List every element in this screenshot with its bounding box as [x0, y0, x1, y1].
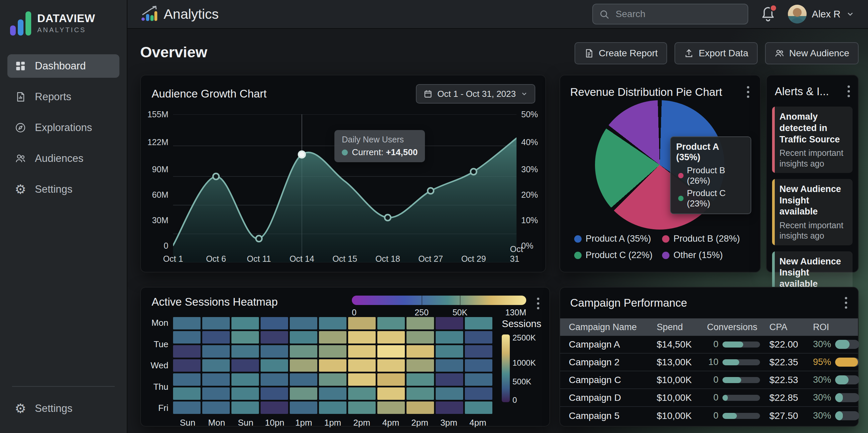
date-range-picker[interactable]: Oct 1 - Oct 31, 2023 [416, 84, 535, 104]
heatmap-cell [202, 373, 230, 386]
column-header: ROI [813, 322, 859, 332]
campaign-roi: 30% [813, 393, 859, 403]
heatmap-cell [406, 373, 434, 386]
y-tick-right: 50% [521, 109, 538, 119]
heatmap-cell [465, 331, 492, 343]
heatmap-cell [406, 331, 434, 343]
create-report-button[interactable]: Create Report [575, 42, 667, 64]
heatmap-cell [231, 401, 259, 414]
alerts-menu-button[interactable] [845, 84, 852, 99]
roi-pill [835, 340, 859, 349]
alert-subtitle: Recent important insights ago [779, 148, 848, 169]
heatmap-row-labels: MonTueWedThuFri [147, 318, 168, 413]
table-row[interactable]: Campaign D$10,00K0$22.8530% [560, 389, 858, 407]
heatmap-cell [260, 345, 288, 358]
sidebar-item-dashboard[interactable]: Dashboard [7, 54, 119, 78]
brand-bars-icon [10, 10, 31, 36]
campaign-menu-button[interactable] [843, 295, 849, 311]
heatmap-cell [260, 317, 288, 329]
heatmap-cell [406, 401, 434, 414]
alert-card[interactable]: New Audience Insight available Recent im… [772, 179, 852, 245]
heatmap-cell [377, 401, 405, 414]
heatmap-cell [348, 388, 376, 400]
campaign-name: Campaign C [569, 375, 657, 386]
heatmap-cell [202, 388, 230, 400]
pie-menu-button[interactable] [745, 84, 751, 100]
heatmap-cell [260, 388, 288, 400]
people-icon [774, 48, 784, 58]
heatmap-cell [260, 373, 288, 386]
notifications-button[interactable] [760, 6, 776, 23]
brand-name: DATAVIEW [37, 12, 95, 25]
sidebar-item-reports[interactable]: Reports [7, 85, 119, 108]
heatmap-cell [465, 359, 492, 372]
alert-title: New Audience Insight available [779, 184, 848, 218]
heatmap-cell [319, 373, 346, 386]
topbar: Analytics Alex R [127, 0, 868, 29]
colorbar-tick: 0 [513, 396, 517, 405]
search-input[interactable] [592, 4, 748, 25]
user-menu[interactable]: Alex R [788, 5, 855, 24]
table-row[interactable]: Campaign A$14,50K0$22.0030% [560, 336, 858, 354]
search-box [592, 4, 748, 25]
heatmap-cell [377, 388, 405, 400]
campaign-spend: $10,00K [657, 410, 707, 421]
heatmap-cell [436, 345, 463, 358]
heatmap-cell [406, 317, 434, 329]
y-tick-left: 155M [147, 109, 168, 119]
heatmap-cell [406, 388, 434, 400]
growth-chart-title: Audience Growth Chart [152, 88, 267, 100]
pie-tooltip: Product A (35%) Product B (26%)Product C… [670, 136, 751, 214]
heatmap-cell [319, 317, 346, 329]
conversions-bar [722, 413, 760, 419]
table-row[interactable]: Campaign C$10,00K0$22.5330% [560, 371, 858, 389]
heatmap-cell [319, 388, 346, 400]
pie-legend-item[interactable]: Product A (35%) [574, 234, 662, 244]
sidebar-item-explorations[interactable]: Explorations [7, 116, 119, 139]
campaign-spend: $10,00K [657, 393, 707, 403]
search-icon [599, 9, 610, 20]
sidebar-item-audiences[interactable]: Audiences [7, 147, 119, 170]
table-row[interactable]: Campaign 5$10,00K0$27.5030% [560, 407, 858, 425]
sidebar-bottom-settings[interactable]: ⚙ Settings [7, 397, 119, 420]
new-audience-button[interactable]: New Audience [765, 42, 859, 64]
heatmap-cell [290, 359, 317, 372]
roi-pill [835, 358, 859, 367]
report-document-icon [15, 91, 26, 103]
heatmap-cell [173, 317, 200, 329]
tooltip-value: Current: +14,500 [352, 147, 417, 158]
sidebar-item-label: Reports [35, 91, 71, 103]
date-range-label: Oct 1 - Oct 31, 2023 [437, 89, 516, 99]
column-header: Campaign Name [569, 322, 657, 332]
heatmap-cell [377, 373, 405, 386]
campaign-roi: 30% [813, 339, 859, 349]
campaign-name: Campaign D [569, 393, 657, 403]
heatmap-cell [290, 388, 317, 400]
heatmap-cell [465, 388, 492, 400]
column-header: CPA [769, 322, 813, 332]
heatmap-cell [319, 345, 346, 358]
heatmap-col-label: 3pm [434, 418, 464, 428]
pie-legend-item[interactable]: Product B (28%) [662, 234, 740, 244]
compass-icon [15, 122, 26, 133]
campaign-conversions: 10 [707, 357, 769, 367]
button-label: New Audience [789, 48, 849, 59]
heatmap-cell [231, 388, 259, 400]
heatmap-cell [290, 401, 317, 414]
heatmap-menu-button[interactable] [535, 296, 541, 311]
sidebar-item-settings[interactable]: ⚙ Settings [7, 178, 119, 201]
main-content: Overview Create Report Export Data New A… [127, 29, 868, 433]
conversions-bar [722, 377, 760, 383]
export-data-button[interactable]: Export Data [675, 42, 758, 64]
heatmap-cell [231, 317, 259, 329]
campaign-spend: $10,00K [657, 375, 707, 386]
brand-logo: DATAVIEW ANALYTICS [0, 0, 127, 36]
alert-card[interactable]: Anomaly detected in Traffic Source Recen… [772, 107, 852, 173]
pie-legend-item[interactable]: Other (15%) [662, 250, 740, 260]
table-row[interactable]: Campaign 2$13,00K10$22.3595% [560, 354, 858, 371]
heatmap-cell [465, 401, 492, 414]
pie-legend-item[interactable]: Product C (22%) [574, 250, 662, 260]
heatmap-row-label: Tue [147, 339, 168, 349]
calendar-icon [423, 89, 433, 99]
legend-dot [574, 252, 582, 259]
